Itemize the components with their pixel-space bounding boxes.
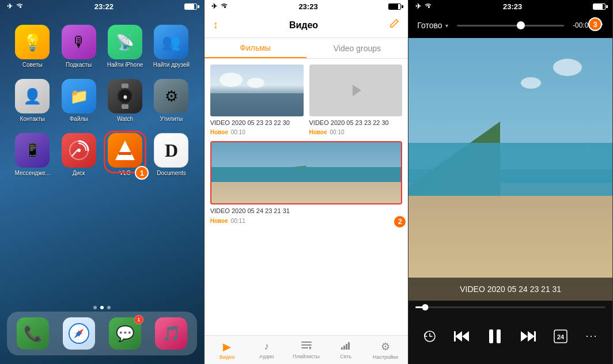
bottom-tab-settings[interactable]: ⚙ Настройки <box>366 340 406 360</box>
bottom-tab-playlists[interactable]: Плейлисты <box>286 340 326 359</box>
edit-svg <box>389 18 399 29</box>
svg-rect-19 <box>301 347 308 348</box>
video-item-2[interactable]: VIDEO 2020 05 23 23 22 30 Новое 00:10 <box>309 65 403 135</box>
app-findphone[interactable]: 📡 Найти iPhone <box>104 25 146 69</box>
player-progress-thumb <box>422 304 428 310</box>
app-messenger[interactable]: 📱 Мессендже... <box>12 133 53 177</box>
app-findfriends[interactable]: 👥 Найти друзей <box>150 25 192 69</box>
app-watch[interactable]: ⌚ Watch <box>104 79 146 123</box>
svg-rect-18 <box>301 344 312 346</box>
subtitle-button[interactable]: 24 <box>554 329 567 343</box>
app-icon-utils: ⚙ <box>154 79 188 113</box>
player-scrubber[interactable] <box>457 25 564 26</box>
status-time-3: 23:23 <box>503 2 522 11</box>
svg-rect-30 <box>497 329 501 343</box>
vlc-bottom-bar: ▶ Видео ♪ Аудио Плейлисты Сеть ⚙ Настрой… <box>205 335 408 364</box>
status-right-2 <box>388 3 401 10</box>
status-time-1: 23:22 <box>94 2 113 11</box>
video-thumb-1 <box>210 65 304 116</box>
wifi-icon <box>16 2 24 10</box>
status-right-1 <box>184 3 197 10</box>
more-dots-icon: ··· <box>585 330 597 342</box>
prev-icon <box>454 330 470 343</box>
app-icon-podcasts: 🎙 <box>62 25 96 59</box>
beach-thumbnail <box>211 142 402 203</box>
svg-rect-28 <box>454 331 456 342</box>
status-left-3: ✈ <box>415 2 432 10</box>
video-meta-3: Новое 00:11 <box>210 218 403 224</box>
app-vlc[interactable]: VLC 1 <box>104 133 146 177</box>
screen-home: ✈ 23:22 💡 Советы 🎙 Подкасты 📡 <box>0 0 205 364</box>
player-progress-bar[interactable] <box>415 306 606 308</box>
svg-rect-0 <box>122 84 128 88</box>
player-title-area: VIDEO 2020 05 24 23 21 31 <box>408 278 612 301</box>
tab-videogroups[interactable]: Video groups <box>306 38 408 58</box>
app-sovety[interactable]: 💡 Советы <box>12 25 53 69</box>
app-icon-findfriends: 👥 <box>154 25 188 59</box>
player-video-scene <box>408 38 612 301</box>
edit-icon[interactable] <box>389 18 399 32</box>
app-label-files: Файлы <box>70 116 88 123</box>
status-bar-2: ✈ 23:23 <box>205 0 408 13</box>
video-grid: VIDEO 2020 05 23 23 22 30 Новое 00:10 VI… <box>205 59 408 335</box>
dock: 📞 💬 1 🎵 <box>7 312 197 355</box>
video-tag-3: Новое <box>210 218 228 224</box>
status-left-1: ✈ <box>7 2 24 10</box>
app-podcasts[interactable]: 🎙 Подкасты <box>58 25 99 69</box>
app-label-documents: Documents <box>157 170 186 177</box>
svg-marker-7 <box>115 141 135 160</box>
video-name-1: VIDEO 2020 05 23 23 22 30 <box>210 119 304 127</box>
prev-button[interactable] <box>454 330 470 343</box>
app-label-disk: Диск <box>73 170 85 177</box>
svg-rect-1 <box>122 104 128 109</box>
airplane-icon: ✈ <box>7 2 13 10</box>
dock-icon-safari <box>63 317 95 350</box>
history-icon <box>423 330 436 343</box>
svg-text:⌚: ⌚ <box>123 94 128 100</box>
pause-icon <box>488 328 502 344</box>
bottom-tab-video[interactable]: ▶ Видео <box>207 340 247 360</box>
app-utils[interactable]: ⚙ Утилиты <box>150 79 192 123</box>
dock-safari[interactable] <box>63 317 95 350</box>
app-documents[interactable]: D Documents <box>150 133 192 177</box>
svg-marker-20 <box>309 346 312 350</box>
home-grid: 💡 Советы 🎙 Подкасты 📡 Найти iPhone 👥 Най… <box>0 16 204 177</box>
video-item-3[interactable]: VIDEO 2020 05 24 23 21 31 Новое 00:11 2 <box>210 141 403 223</box>
app-label-messenger: Мессендже... <box>14 170 50 177</box>
video-duration-1: 00:10 <box>231 129 245 135</box>
svg-rect-21 <box>341 347 343 350</box>
app-icon-messenger: 📱 <box>15 133 50 168</box>
wifi-icon-3 <box>424 2 432 10</box>
player-top-bar: Готово ▾ -00:03 ⤢ <box>408 13 612 38</box>
svg-rect-33 <box>534 331 536 342</box>
pause-button[interactable] <box>488 328 502 344</box>
messages-badge: 1 <box>134 315 143 324</box>
app-icon-watch: ⌚ <box>108 79 142 113</box>
app-label-findphone: Найти iPhone <box>107 62 143 69</box>
app-icon-findphone: 📡 <box>108 25 142 59</box>
more-button[interactable]: ··· <box>585 330 597 342</box>
clouds-thumbnail <box>210 65 304 116</box>
app-disk[interactable]: Диск <box>58 133 99 177</box>
playlists-tab-label: Плейлисты <box>293 354 320 359</box>
app-contacts[interactable]: 👤 Контакты <box>12 79 53 123</box>
status-time-2: 23:23 <box>298 2 317 11</box>
bottom-tab-network[interactable]: Сеть <box>326 340 366 359</box>
svg-rect-24 <box>348 342 350 350</box>
svg-rect-23 <box>346 344 347 350</box>
next-button[interactable] <box>520 330 536 343</box>
tab-films[interactable]: Фильмы <box>205 38 306 58</box>
dock-phone[interactable]: 📞 <box>17 317 49 350</box>
app-label-findfriends: Найти друзей <box>153 62 190 69</box>
bottom-tab-audio[interactable]: ♪ Аудио <box>247 340 286 359</box>
video-item-1[interactable]: VIDEO 2020 05 23 23 22 30 Новое 00:10 <box>210 65 304 135</box>
app-files[interactable]: 📁 Файлы <box>58 79 99 123</box>
step-badge-2: 2 <box>393 215 407 229</box>
audio-tab-icon: ♪ <box>264 340 269 352</box>
history-button[interactable] <box>423 330 436 343</box>
dock-messages[interactable]: 💬 1 <box>109 317 141 350</box>
dock-music[interactable]: 🎵 <box>155 317 187 350</box>
video-tag-1: Новое <box>210 129 228 135</box>
done-button[interactable]: Готово ▾ <box>417 21 448 30</box>
sort-icon[interactable]: ↕ <box>213 19 218 31</box>
